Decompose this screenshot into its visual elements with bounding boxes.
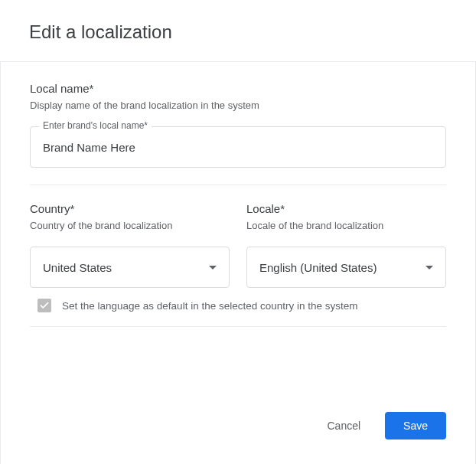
dropdown-arrow-icon: [209, 266, 217, 270]
dialog-title: Edit a localization: [29, 21, 447, 43]
dialog-footer: Cancel Save: [0, 412, 476, 464]
country-description: Country of the brand localization: [30, 220, 230, 231]
locale-value: English (United States): [259, 261, 419, 274]
dialog-body: Local name* Display name of the brand lo…: [0, 62, 476, 412]
divider: [30, 185, 446, 185]
dropdown-arrow-icon: [425, 266, 433, 270]
locale-description: Locale of the brand localization: [246, 220, 446, 231]
save-button[interactable]: Save: [385, 412, 446, 439]
local-name-group: Local name* Display name of the brand lo…: [30, 82, 446, 185]
locale-group: Locale* Locale of the brand localization…: [246, 202, 446, 288]
edit-localization-dialog: Edit a localization Local name* Display …: [0, 0, 476, 464]
local-name-field-wrapper: Enter brand's local name*: [30, 126, 446, 168]
locale-label: Locale*: [246, 202, 446, 215]
checkmark-icon: [39, 300, 50, 311]
default-language-row[interactable]: Set the language as default in the selec…: [30, 288, 446, 326]
country-locale-row: Country* Country of the brand localizati…: [30, 202, 446, 288]
default-language-label: Set the language as default in the selec…: [62, 300, 358, 312]
locale-select[interactable]: English (United States): [246, 247, 446, 288]
local-name-description: Display name of the brand localization i…: [30, 100, 446, 111]
local-name-label: Local name*: [30, 82, 446, 95]
default-language-checkbox[interactable]: [37, 299, 51, 312]
country-group: Country* Country of the brand localizati…: [30, 202, 230, 288]
local-name-input[interactable]: [30, 126, 446, 168]
country-label: Country*: [30, 202, 230, 215]
country-select[interactable]: United States: [30, 247, 230, 288]
country-value: United States: [43, 261, 203, 274]
divider: [30, 326, 446, 327]
local-name-floating-label: Enter brand's local name*: [39, 120, 152, 131]
cancel-button[interactable]: Cancel: [318, 413, 370, 438]
dialog-header: Edit a localization: [0, 0, 476, 62]
